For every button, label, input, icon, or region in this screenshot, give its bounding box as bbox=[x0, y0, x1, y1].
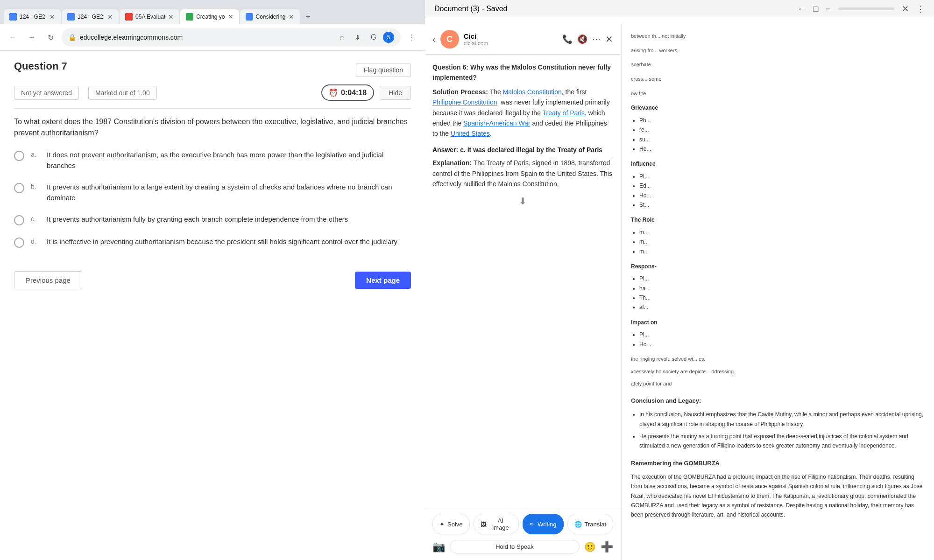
translate-icon2: 🌐 bbox=[574, 521, 582, 528]
tab3-close[interactable]: ✕ bbox=[168, 13, 174, 21]
the-role-list: m... m... m... bbox=[631, 228, 925, 256]
tab4-close[interactable]: ✕ bbox=[228, 13, 234, 21]
influence-list: Pl... Ed... Ho... St... bbox=[631, 172, 925, 210]
translate-btn[interactable]: 🌐 Translat bbox=[567, 514, 613, 534]
role-item-2: m... bbox=[639, 237, 925, 246]
bookmark-icon[interactable]: ☆ bbox=[335, 31, 348, 44]
ai-close-btn[interactable]: ✕ bbox=[605, 34, 613, 45]
scrollbar-track[interactable] bbox=[838, 7, 894, 10]
radio-a[interactable] bbox=[14, 151, 24, 161]
download-icon[interactable]: ⬇ bbox=[351, 31, 364, 44]
timer-area: ⏰ 0:04:18 Hide bbox=[321, 84, 411, 101]
new-tab-button[interactable]: + bbox=[301, 9, 316, 24]
malolos-link[interactable]: Malolos Constitution bbox=[503, 88, 562, 96]
doc-back-btn[interactable]: ← bbox=[798, 4, 806, 14]
marked-badge: Marked out of 1.00 bbox=[88, 86, 157, 100]
option-c-text: It prevents authoritarianism fully by gr… bbox=[47, 214, 348, 225]
tab5-title: Considering bbox=[256, 14, 286, 20]
profile-badge[interactable]: 5 bbox=[383, 32, 394, 43]
impact-list: Pl... Ho... bbox=[631, 330, 925, 349]
reload-button[interactable]: ↻ bbox=[43, 30, 58, 45]
doc-tile-btn[interactable]: □ bbox=[814, 4, 819, 14]
influence-item-1: Pl... bbox=[639, 172, 925, 181]
prev-page-button[interactable]: Previous page bbox=[14, 271, 82, 289]
question-text: To what extent does the 1987 Constitutio… bbox=[14, 116, 411, 139]
option-b: b. It prevents authoritarianism to a lar… bbox=[14, 182, 411, 203]
ai-call-btn[interactable]: 📞 bbox=[562, 34, 573, 45]
ai-back-button[interactable]: ‹ bbox=[432, 34, 436, 45]
tab-3[interactable]: 05A Evaluat ✕ bbox=[120, 9, 179, 24]
ai-question-label: Question 6: Why was the Malolos Constitu… bbox=[432, 62, 613, 83]
nav-bar: ← → ↻ 🔒 educollege.elearningcommons.com … bbox=[0, 24, 425, 51]
ai-action-buttons: ✦ Solve 🖼 AI image ✏ Writing 🌐 Translat bbox=[432, 514, 613, 534]
doc-text-panel: between th... not initially arising fro.… bbox=[621, 24, 934, 560]
influence-item-4: St... bbox=[639, 200, 925, 210]
tab-1[interactable]: 124 - GE2: ✕ bbox=[4, 9, 61, 24]
treaty-paris-link[interactable]: Treaty of Paris bbox=[543, 109, 585, 117]
grievance-item-2: re... bbox=[639, 125, 925, 134]
grievance-list: Ph... re... su... He... bbox=[631, 116, 925, 154]
tab-4[interactable]: Creating yo ✕ bbox=[180, 9, 239, 24]
label-c: c. bbox=[31, 214, 40, 223]
doc-more-btn[interactable]: ⋮ bbox=[916, 4, 925, 14]
solve-btn[interactable]: ✦ Solve bbox=[432, 514, 470, 534]
solve-label: Solve bbox=[447, 521, 463, 528]
tab4-title: Creating yo bbox=[196, 14, 225, 20]
doc-close-btn[interactable]: ✕ bbox=[902, 4, 909, 14]
hide-button[interactable]: Hide bbox=[380, 86, 411, 100]
radio-c[interactable] bbox=[14, 215, 24, 225]
radio-b[interactable] bbox=[14, 183, 24, 193]
address-bar[interactable]: 🔒 educollege.elearningcommons.com ☆ ⬇ G … bbox=[62, 28, 401, 47]
separator bbox=[14, 108, 411, 109]
ph-constitution-link[interactable]: Philippine Constitution bbox=[432, 98, 497, 106]
menu-button[interactable]: ⋮ bbox=[404, 30, 419, 45]
ai-panel: ‹ C Cici ciciai.com 📞 🔇 ⋯ ✕ Question 6: … bbox=[425, 24, 621, 560]
bottom-nav: Previous page Next page bbox=[14, 266, 411, 294]
camera-btn[interactable]: 📷 bbox=[432, 541, 445, 553]
conclusion-title: Conclusion and Legacy: bbox=[631, 396, 925, 406]
tab-2[interactable]: 124 - GE2: ✕ bbox=[62, 9, 119, 24]
conclusion-list: In his conclusion, Nauscht emphasizes th… bbox=[631, 410, 925, 451]
the-role-section: The Role bbox=[631, 215, 925, 224]
ai-image-btn[interactable]: 🖼 AI image bbox=[474, 514, 519, 534]
writing-btn[interactable]: ✏ Writing bbox=[523, 514, 563, 534]
side-snippet-6: the ringing revolt. solved wi... es. bbox=[631, 355, 925, 364]
doc-title-bar: Document (3) - Saved ← □ − ✕ ⋮ bbox=[425, 0, 934, 18]
ai-more-btn[interactable]: ⋯ bbox=[592, 34, 601, 45]
option-d: d. It is ineffective in preventing autho… bbox=[14, 237, 411, 248]
ai-footer: ✦ Solve 🖼 AI image ✏ Writing 🌐 Translat … bbox=[425, 509, 621, 560]
response-list: Pl... ha... Th... al... bbox=[631, 274, 925, 312]
hold-to-speak-btn[interactable]: Hold to Speak bbox=[450, 540, 580, 553]
ai-bottom-icons: 🙂 ➕ bbox=[584, 541, 613, 553]
emoji-btn[interactable]: 🙂 bbox=[584, 541, 596, 553]
radio-d[interactable] bbox=[14, 238, 24, 248]
forward-button[interactable]: → bbox=[24, 30, 39, 45]
tab2-title: 124 - GE2: bbox=[78, 14, 105, 20]
spanish-american-link[interactable]: Spanish-American War bbox=[463, 119, 530, 127]
ai-explanation: Explanation: The Treaty of Paris, signed… bbox=[432, 158, 613, 189]
ai-mute-btn[interactable]: 🔇 bbox=[577, 34, 587, 45]
question-header: Question 7 Flag question Not yet answere… bbox=[14, 60, 411, 101]
tab3-title: 05A Evaluat bbox=[135, 14, 165, 20]
back-button[interactable]: ← bbox=[6, 30, 21, 45]
response-item-4: al... bbox=[639, 302, 925, 312]
translate-icon[interactable]: G bbox=[367, 31, 380, 44]
role-item-3: m... bbox=[639, 247, 925, 256]
next-page-button[interactable]: Next page bbox=[355, 272, 411, 289]
tab5-close[interactable]: ✕ bbox=[289, 13, 294, 21]
tab1-close[interactable]: ✕ bbox=[50, 13, 55, 21]
timer-value: 0:04:18 bbox=[341, 89, 367, 97]
address-text: educollege.elearningcommons.com bbox=[80, 34, 332, 41]
option-c: c. It prevents authoritarianism fully by… bbox=[14, 214, 411, 225]
doc-min-btn[interactable]: − bbox=[826, 4, 831, 14]
us-link[interactable]: United States bbox=[451, 130, 490, 137]
response-item-3: Th... bbox=[639, 293, 925, 302]
add-btn[interactable]: ➕ bbox=[601, 541, 613, 553]
tab-5[interactable]: Considering ✕ bbox=[240, 9, 300, 24]
tab2-close[interactable]: ✕ bbox=[107, 13, 113, 21]
option-d-text: It is ineffective in preventing authorit… bbox=[47, 237, 397, 247]
explanation-label: Explanation: bbox=[432, 159, 472, 167]
flag-question-button[interactable]: Flag question bbox=[356, 63, 411, 77]
question-title: Question 7 bbox=[14, 60, 67, 72]
status-badge: Not yet answered bbox=[14, 86, 79, 100]
